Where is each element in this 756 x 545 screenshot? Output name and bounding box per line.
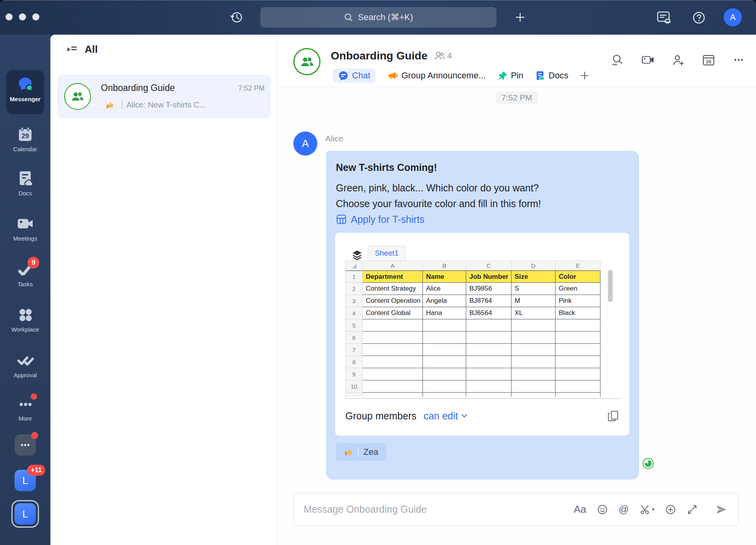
more-actions-icon[interactable] [732, 54, 745, 66]
notification-settings-icon[interactable] [657, 11, 672, 24]
sidebar-item-workplace[interactable]: Workplace [0, 306, 50, 333]
tab-docs[interactable]: Docs [535, 70, 568, 81]
workspace-avatar-initial: L [22, 475, 28, 487]
sheet-tab[interactable]: Sheet1 [368, 245, 406, 261]
add-attachment-icon[interactable] [665, 504, 676, 515]
sidebar-item-label: Tasks [18, 281, 33, 287]
tab-label: Pin [511, 70, 524, 81]
member-count-value: 4 [447, 51, 452, 61]
chat-list-title: All [85, 43, 98, 56]
message-input[interactable] [304, 504, 563, 515]
search-icon [344, 13, 353, 22]
expand-composer-icon[interactable] [687, 504, 698, 515]
chat-list-header: All [66, 43, 98, 56]
copy-icon[interactable] [607, 410, 619, 422]
video-meetings-icon [17, 215, 34, 232]
tab-chat[interactable]: Chat [333, 69, 376, 83]
tab-label: Chat [352, 70, 370, 81]
emoji-icon[interactable] [597, 504, 608, 515]
message-bubble: New T-shirts Coming! Green, pink, black.… [326, 151, 639, 480]
profile-avatar[interactable]: A [724, 8, 742, 26]
sheet-vertical-scrollbar[interactable] [608, 270, 613, 302]
new-chat-plus-icon[interactable] [514, 11, 526, 24]
sidebar-item-meetings[interactable]: Meetings [0, 215, 50, 242]
conversation-time: 7:52 PM [238, 84, 265, 93]
chat-header: Onboarding Guide 4 [278, 35, 756, 87]
sidebar-item-label: Messenger [10, 96, 41, 102]
tab-label: Group Announceme... [401, 70, 485, 81]
sidebar-item-docs[interactable]: Docs [0, 170, 50, 196]
sender-avatar[interactable]: A [293, 132, 317, 156]
screenshot-scissors-icon[interactable]: ▾ [639, 504, 654, 515]
active-workspace-avatar[interactable]: L [11, 500, 39, 528]
apply-form-link-label: Apply for T-shirts [351, 211, 424, 227]
content-area: All Onboarding Guide 7:52 PM [50, 35, 756, 545]
tab-group-announcement[interactable]: Group Announceme... [387, 70, 485, 81]
titlebar: Search (⌘+K) A [0, 0, 756, 35]
pinned-app-tile[interactable] [15, 434, 36, 456]
sidebar-item-tasks[interactable]: 9 Tasks [0, 261, 50, 287]
chat-tabs: Chat Group Announceme... Pin [333, 68, 589, 83]
sheet-scroll-track [345, 398, 621, 399]
sheet-permission-footer: Group members can edit [345, 404, 619, 427]
chat-header-actions: 29 [611, 54, 745, 66]
sidebar-item-calendar[interactable]: 29 Calendar [0, 126, 50, 152]
calendar-event-icon[interactable]: 29 [702, 54, 715, 66]
sender-name: Alice [325, 134, 343, 143]
send-icon[interactable] [715, 504, 727, 515]
workspace-avatar[interactable]: L +11 [15, 470, 36, 491]
mention-icon[interactable]: @ [619, 503, 629, 515]
workspace-unread-badge: +11 [27, 465, 45, 476]
add-member-icon[interactable] [672, 54, 685, 66]
chevron-down-icon [461, 414, 467, 418]
reaction-pill[interactable]: Zea [336, 443, 386, 461]
maximize-window-button[interactable] [32, 13, 39, 20]
group-avatar [64, 83, 91, 110]
permission-dropdown[interactable]: can edit [424, 410, 468, 422]
message-line1: Green, pink, black... Which color do you… [336, 180, 629, 196]
minimize-window-button[interactable] [19, 13, 26, 20]
font-style-icon[interactable]: Aa [574, 503, 586, 515]
global-search-input[interactable]: Search (⌘+K) [260, 7, 497, 28]
filter-icon[interactable] [66, 44, 78, 56]
history-icon[interactable] [230, 10, 244, 24]
approval-icon [17, 352, 34, 369]
chat-pane: Onboarding Guide 4 [278, 35, 756, 545]
sheet-grid-wrap: ABCDE1DepartmentNameJob NumberSizeColor2… [345, 261, 621, 397]
sheet-preview-card[interactable]: Sheet1 ABCDE1DepartmentNameJob NumberSiz… [335, 233, 629, 436]
chat-group-avatar[interactable] [293, 48, 321, 75]
conversation-item[interactable]: Onboarding Guide 7:52 PM Alice: New T-sh… [57, 75, 271, 118]
tab-add-button[interactable] [580, 71, 589, 80]
svg-text:29: 29 [706, 59, 712, 64]
sidebar-item-label: Workplace [11, 326, 39, 333]
chat-bubble-icon [338, 70, 348, 81]
chat-title: Onboarding Guide [331, 50, 428, 62]
conversation-preview-row: Alice: New T-shirts C... [102, 98, 206, 112]
close-window-button[interactable] [6, 13, 13, 20]
group-people-icon [69, 88, 86, 105]
profile-avatar-initial: A [730, 12, 736, 22]
message-composer: Aa @ ▾ [293, 493, 739, 526]
window-controls[interactable] [6, 13, 39, 20]
tasks-icon: 9 [17, 261, 34, 278]
sidebar-item-approval[interactable]: Approval [0, 352, 50, 378]
svg-text:29: 29 [22, 132, 29, 140]
app-red-dot [31, 432, 38, 439]
help-icon[interactable] [692, 11, 706, 25]
chat-body: 7:52 PM A Alice New T-shirts Coming! Gre… [278, 87, 756, 545]
apply-form-link[interactable]: Apply for T-shirts [336, 211, 629, 227]
permission-label: Group members [345, 410, 417, 422]
member-count[interactable]: 4 [434, 50, 452, 61]
app-window: Search (⌘+K) A [0, 0, 756, 545]
read-receipt-indicator [643, 458, 654, 469]
app-rail: Messenger 29 Calendar [0, 35, 50, 545]
sidebar-item-messenger[interactable]: Messenger [0, 76, 50, 102]
sidebar-item-more[interactable]: More [0, 395, 50, 422]
sender-avatar-initial: A [302, 137, 309, 150]
search-in-chat-icon[interactable] [611, 54, 624, 66]
tab-pin[interactable]: Pin [498, 70, 524, 81]
conversation-preview: Alice: New T-shirts C... [126, 100, 206, 109]
sidebar-item-label: Calendar [13, 146, 37, 152]
video-call-icon[interactable] [641, 54, 654, 66]
sheet-grid[interactable]: ABCDE1DepartmentNameJob NumberSizeColor2… [345, 261, 600, 397]
